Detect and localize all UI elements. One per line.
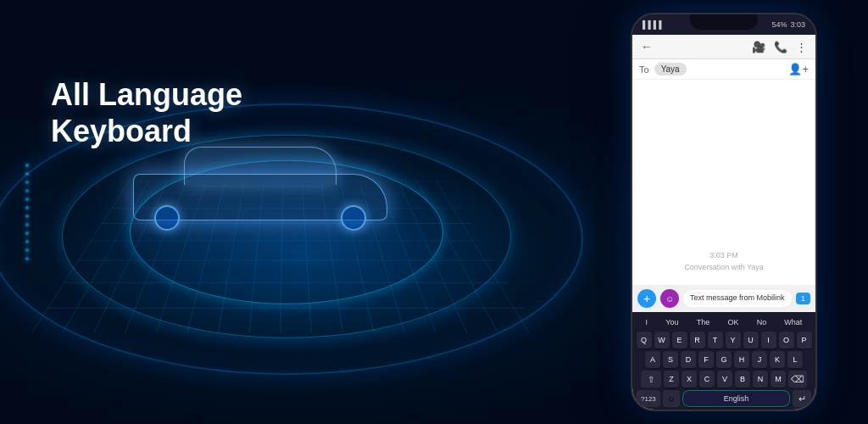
status-left: ▌▌▌▌ [643, 20, 665, 29]
key-V[interactable]: V [717, 371, 732, 388]
plus-icon: + [643, 292, 650, 305]
key-W[interactable]: W [654, 332, 670, 349]
more-options-icon[interactable]: ⋮ [796, 41, 807, 53]
send-badge: 1 [801, 294, 805, 303]
key-O[interactable]: O [779, 332, 794, 349]
video-call-icon[interactable]: 🎥 [752, 41, 765, 53]
car-wheel-left [154, 205, 180, 231]
suggestion-I[interactable]: I [646, 318, 648, 326]
input-placeholder: Text message from Mobilink [690, 293, 785, 302]
key-E[interactable]: E [672, 332, 687, 349]
key-X[interactable]: X [682, 371, 697, 388]
phone-notch [690, 14, 758, 30]
header-icons: 🎥 📞 ⋮ [752, 41, 807, 53]
to-field: To Yaya 👤+ [632, 59, 815, 80]
dot-pattern [25, 164, 29, 260]
key-N[interactable]: N [753, 371, 768, 388]
car-silhouette [116, 136, 404, 237]
key-T[interactable]: T [708, 332, 723, 349]
add-contact-icon[interactable]: 👤+ [788, 63, 809, 75]
suggestion-What[interactable]: What [784, 318, 802, 326]
key-G[interactable]: G [716, 351, 732, 368]
keyboard-suggestions: I You The OK No What [635, 315, 813, 329]
sticker-icon: ☺ [665, 294, 674, 304]
car-wheel-right [341, 205, 366, 231]
key-A[interactable]: A [645, 351, 660, 368]
message-time: 3:03 PM [639, 251, 809, 259]
space-key[interactable]: English [682, 390, 790, 407]
key-Z[interactable]: Z [664, 371, 679, 388]
key-M[interactable]: M [771, 371, 786, 388]
key-S[interactable]: S [663, 351, 678, 368]
recipient-chip[interactable]: Yaya [654, 63, 687, 75]
suggestion-You[interactable]: You [665, 318, 678, 326]
numbers-key[interactable]: ?123 [637, 390, 660, 407]
key-H[interactable]: H [734, 351, 749, 368]
key-D[interactable]: D [681, 351, 696, 368]
suggestion-OK[interactable]: OK [727, 318, 738, 326]
battery-text: 54% [771, 20, 787, 29]
key-F[interactable]: F [698, 351, 714, 368]
key-C[interactable]: C [699, 371, 715, 388]
backspace-key[interactable]: ⌫ [788, 371, 807, 388]
key-L[interactable]: L [787, 351, 803, 368]
key-Y[interactable]: Y [726, 332, 741, 349]
app-heading: All Language Keyboard [51, 76, 242, 149]
message-input-field[interactable]: Text message from Mobilink [683, 290, 792, 307]
conversation-label: Conversation with Yaya [639, 263, 809, 271]
suggestion-No[interactable]: No [757, 318, 767, 326]
keyboard-row-1: Q W E R T Y U I O P [635, 332, 813, 349]
key-U[interactable]: U [743, 332, 759, 349]
key-J[interactable]: J [752, 351, 767, 368]
send-button[interactable]: 1 [796, 293, 810, 304]
key-R[interactable]: R [690, 332, 705, 349]
key-K[interactable]: K [770, 351, 785, 368]
key-P[interactable]: P [797, 332, 812, 349]
keyboard: I You The OK No What Q W E R T Y U I O P [632, 312, 815, 410]
keyboard-row-3: ⇧ Z X C V B N M ⌫ [635, 371, 813, 388]
key-B[interactable]: B [735, 371, 750, 388]
back-button[interactable]: ← [641, 40, 653, 53]
message-input-bar: + ☺ Text message from Mobilink 1 [632, 285, 815, 312]
to-label: To [639, 64, 649, 75]
message-body: 3:03 PM Conversation with Yaya [632, 80, 815, 285]
enter-key[interactable]: ↵ [793, 390, 811, 407]
voice-call-icon[interactable]: 📞 [774, 41, 787, 53]
signal-icon: ▌▌▌▌ [643, 20, 665, 29]
keyboard-row-2: A S D F G H J K L [635, 351, 813, 368]
message-header: ← 🎥 📞 ⋮ [632, 35, 815, 59]
heading-line1: All Language [51, 76, 242, 113]
status-right: 54% 3:03 [771, 20, 805, 29]
time-display: 3:03 [790, 20, 805, 29]
key-I[interactable]: I [761, 332, 776, 349]
shift-key[interactable]: ⇧ [641, 371, 661, 388]
phone-mockup: ▌▌▌▌ 54% 3:03 ← 🎥 📞 ⋮ To Yaya 👤+ 3:03 PM… [631, 13, 817, 411]
keyboard-bottom-row: ?123 ☺ English ↵ [635, 390, 813, 407]
key-Q[interactable]: Q [637, 332, 652, 349]
suggestion-The[interactable]: The [697, 318, 710, 326]
messaging-app: ← 🎥 📞 ⋮ To Yaya 👤+ 3:03 PM Conversation … [632, 35, 815, 410]
sticker-button[interactable]: ☺ [660, 289, 679, 308]
add-attachment-button[interactable]: + [637, 289, 656, 308]
heading-line2: Keyboard [51, 113, 242, 149]
emoji-key[interactable]: ☺ [663, 390, 680, 407]
